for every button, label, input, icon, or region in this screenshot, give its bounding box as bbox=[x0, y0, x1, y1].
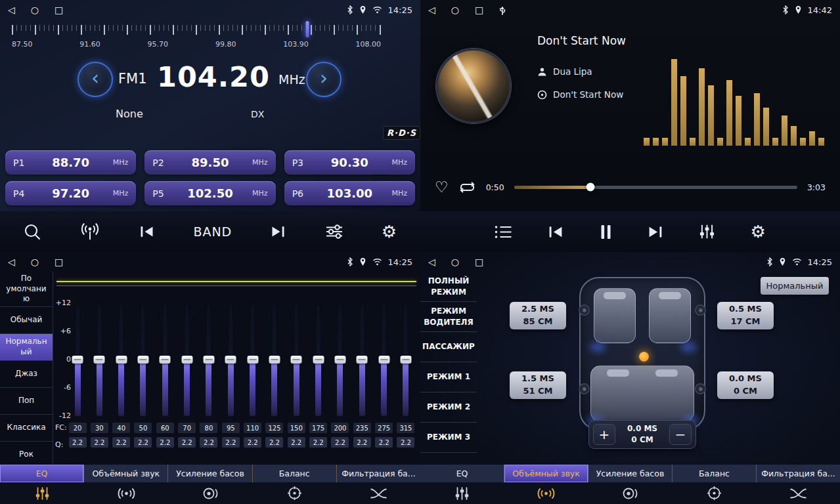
eq-band-slider[interactable] bbox=[359, 303, 365, 416]
eq-slider-handle[interactable] bbox=[247, 356, 258, 364]
sound-preset-button[interactable]: Нормальный bbox=[761, 277, 829, 295]
eq-slider-handle[interactable] bbox=[203, 356, 214, 364]
eq-band-slider[interactable] bbox=[250, 303, 255, 416]
tab-icon-cell[interactable] bbox=[252, 486, 336, 501]
eq-slider-handle[interactable] bbox=[116, 356, 127, 364]
delay-increase-button[interactable]: + bbox=[593, 424, 615, 445]
delay-rear-right-button[interactable]: 0.0 MS0 CM bbox=[717, 371, 774, 399]
broadcast-button[interactable] bbox=[79, 223, 100, 241]
eq-band-slider[interactable] bbox=[228, 303, 234, 416]
tab-icon-cell[interactable] bbox=[756, 487, 840, 500]
previous-track-button[interactable] bbox=[547, 224, 564, 240]
eq-band-slider[interactable] bbox=[118, 303, 124, 416]
preset-button-p1[interactable]: P188.70MHz bbox=[5, 150, 136, 175]
eq-slider-handle[interactable] bbox=[72, 356, 83, 364]
next-track-button[interactable] bbox=[647, 224, 664, 240]
tab-icon-cell[interactable] bbox=[420, 486, 504, 501]
eq-slider-handle[interactable] bbox=[225, 356, 236, 364]
tab-balance[interactable]: Баланс bbox=[673, 465, 757, 482]
tab-icon-cell[interactable] bbox=[588, 486, 673, 501]
frequency-pointer[interactable] bbox=[305, 21, 309, 37]
eq-band-slider[interactable] bbox=[75, 303, 81, 416]
scan-button[interactable] bbox=[24, 223, 41, 241]
eq-preset-item[interactable]: Нормальный bbox=[0, 334, 53, 361]
tab-crossover[interactable]: Фильтрация ба... bbox=[337, 465, 420, 482]
eq-slider-handle[interactable] bbox=[357, 356, 368, 364]
tab-balance[interactable]: Баланс bbox=[253, 465, 337, 482]
eq-slider-handle[interactable] bbox=[160, 356, 171, 364]
tab-icon-cell[interactable] bbox=[504, 487, 588, 500]
eq-preset-item[interactable]: Обычай bbox=[0, 307, 53, 334]
delay-decrease-button[interactable]: − bbox=[669, 424, 692, 445]
home-button[interactable]: ○ bbox=[451, 5, 459, 14]
tab-surround[interactable]: Объёмный звук bbox=[504, 465, 588, 482]
back-button[interactable]: ◁ bbox=[428, 5, 435, 14]
recents-button[interactable]: □ bbox=[55, 257, 63, 266]
eq-band-slider[interactable] bbox=[381, 303, 387, 416]
tab-icon-cell[interactable] bbox=[84, 487, 168, 500]
eq-band-slider[interactable] bbox=[97, 303, 102, 416]
tab-icon-cell[interactable] bbox=[168, 486, 252, 501]
eq-band-slider[interactable] bbox=[140, 303, 146, 416]
band-button[interactable]: BAND bbox=[193, 224, 232, 239]
tab-icon-cell[interactable] bbox=[336, 487, 420, 500]
preset-button-p5[interactable]: P5102.50MHz bbox=[144, 181, 275, 205]
frequency-scale[interactable]: 87.5091.6095.7099.80103.90108.00 bbox=[12, 22, 381, 54]
listening-position-dot[interactable] bbox=[639, 352, 649, 362]
previous-station-button[interactable] bbox=[139, 224, 155, 239]
back-button[interactable]: ◁ bbox=[8, 257, 15, 266]
eq-band-slider[interactable] bbox=[315, 303, 321, 416]
recents-button[interactable]: □ bbox=[475, 257, 483, 266]
audio-settings-button[interactable] bbox=[325, 224, 343, 240]
eq-slider-handle[interactable] bbox=[269, 356, 280, 364]
tab-bass[interactable]: Усиление басов bbox=[588, 465, 673, 482]
recents-button[interactable]: □ bbox=[475, 5, 483, 14]
pause-button[interactable] bbox=[600, 224, 612, 240]
eq-band-slider[interactable] bbox=[271, 303, 277, 416]
home-button[interactable]: ○ bbox=[31, 5, 39, 14]
preset-button-p3[interactable]: P390.30MHz bbox=[284, 150, 415, 175]
favorite-button[interactable]: ♡ bbox=[435, 180, 449, 195]
eq-preset-item[interactable]: Поп bbox=[0, 388, 53, 415]
home-button[interactable]: ○ bbox=[451, 257, 459, 266]
eq-band-slider[interactable] bbox=[403, 303, 409, 416]
tab-icon-cell[interactable] bbox=[672, 486, 756, 501]
eq-slider-handle[interactable] bbox=[181, 356, 192, 364]
listening-mode-item[interactable]: РЕЖИМ ВОДИТЕЛЯ bbox=[420, 302, 477, 332]
preset-button-p6[interactable]: P6103.00MHz bbox=[284, 181, 415, 205]
delay-front-right-button[interactable]: 0.5 MS17 CM bbox=[717, 302, 774, 329]
preset-button-p2[interactable]: P289.50MHz bbox=[144, 150, 275, 175]
eq-preset-item[interactable]: По умолчанию bbox=[0, 272, 53, 307]
eq-slider-handle[interactable] bbox=[313, 356, 324, 364]
tab-bass[interactable]: Усиление басов bbox=[168, 465, 252, 482]
delay-front-left-button[interactable]: 2.5 MS85 CM bbox=[510, 302, 566, 329]
eq-band-slider[interactable] bbox=[184, 303, 190, 416]
eq-band-slider[interactable] bbox=[337, 303, 343, 416]
listening-mode-item[interactable]: ПОЛНЫЙ РЕЖИМ bbox=[420, 272, 477, 302]
recents-button[interactable]: □ bbox=[55, 5, 63, 14]
back-button[interactable]: ◁ bbox=[8, 5, 15, 14]
queue-button[interactable] bbox=[495, 224, 512, 240]
listening-mode-item[interactable]: ПАССАЖИР bbox=[420, 332, 477, 362]
eq-slider-handle[interactable] bbox=[400, 356, 411, 364]
eq-band-slider[interactable] bbox=[162, 303, 168, 416]
tab-icon-cell[interactable] bbox=[0, 486, 84, 501]
eq-band-slider[interactable] bbox=[206, 303, 211, 416]
eq-preset-item[interactable]: Джаз bbox=[0, 361, 53, 388]
eq-slider-handle[interactable] bbox=[334, 356, 345, 364]
back-button[interactable]: ◁ bbox=[428, 257, 435, 266]
delay-rear-left-button[interactable]: 1.5 MS51 CM bbox=[510, 371, 566, 399]
next-station-button[interactable] bbox=[270, 224, 286, 239]
tab-equalizer[interactable]: EQ bbox=[0, 465, 84, 482]
tab-crossover[interactable]: Фильтрация ба... bbox=[757, 465, 840, 482]
tune-up-button[interactable]: › bbox=[306, 62, 342, 97]
tune-down-button[interactable]: ‹ bbox=[77, 62, 113, 97]
eq-slider-handle[interactable] bbox=[137, 356, 148, 364]
repeat-button[interactable] bbox=[458, 180, 476, 194]
listening-mode-item[interactable]: РЕЖИМ 2 bbox=[420, 392, 477, 423]
tab-surround[interactable]: Объёмный звук bbox=[84, 465, 168, 482]
listening-mode-item[interactable]: РЕЖИМ 3 bbox=[420, 423, 477, 453]
eq-band-slider[interactable] bbox=[294, 303, 299, 416]
equalizer-button[interactable] bbox=[699, 224, 715, 240]
eq-slider-handle[interactable] bbox=[94, 356, 105, 364]
